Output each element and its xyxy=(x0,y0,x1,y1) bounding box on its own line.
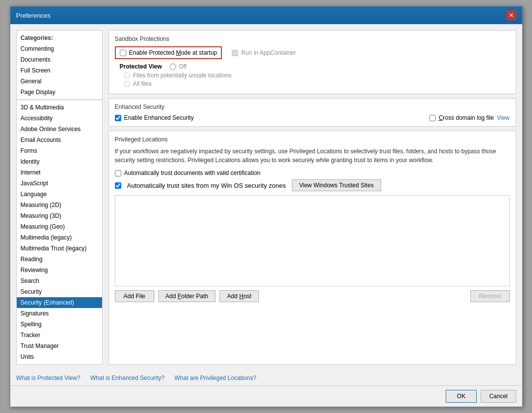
add-host-button[interactable]: Add Host xyxy=(219,290,259,302)
protected-view-off-radio[interactable] xyxy=(170,64,176,70)
sidebar-item-fullscreen[interactable]: Full Screen xyxy=(17,65,102,76)
what-is-enhanced-security-link[interactable]: What is Enhanced Security? xyxy=(90,375,165,381)
protected-view-off-label: Off xyxy=(179,63,187,70)
protected-mode-row: Enable Protected Mode at startup Run in … xyxy=(115,46,510,59)
sidebar-item-reviewing[interactable]: Reviewing xyxy=(17,265,102,275)
enable-protected-mode-checkbox[interactable] xyxy=(120,50,126,56)
dialog-footer: OK Cancel xyxy=(10,385,522,407)
run-appcontainer-label: Run in AppContainer xyxy=(241,49,296,56)
sidebar-item-documents[interactable]: Documents xyxy=(17,54,102,65)
dialog-body: Categories: Commenting Documents Full Sc… xyxy=(10,24,522,371)
dialog-title: Preferences xyxy=(16,12,51,19)
sidebar-item-signatures[interactable]: Signatures xyxy=(17,308,102,319)
protected-view-unsafe-radio[interactable] xyxy=(124,72,130,79)
auto-trust-sites-checkbox[interactable] xyxy=(115,182,121,189)
sidebar-item-identity[interactable]: Identity xyxy=(17,156,102,167)
privileged-locations-title: Privileged Locations xyxy=(115,136,510,143)
add-file-button[interactable]: Add File xyxy=(115,290,154,302)
auto-trust-docs-label: Automatically trust documents with valid… xyxy=(124,170,261,176)
sidebar-item-search[interactable]: Search xyxy=(17,275,102,286)
btn-row: Add File Add Folder Path Add Host Remove xyxy=(115,290,510,302)
enable-protected-mode-label: Enable Protected Mode at startup xyxy=(129,49,217,56)
sidebar-item-multimediatrust[interactable]: Multimedia Trust (legacy) xyxy=(17,243,102,254)
sidebar-item-language[interactable]: Language xyxy=(17,189,102,200)
cross-domain-label: Cross domain log file xyxy=(439,114,494,121)
view-link[interactable]: View xyxy=(497,114,510,121)
protected-view-all-label: All files xyxy=(133,80,152,87)
enable-enhanced-security-checkbox[interactable] xyxy=(115,115,121,121)
cancel-button[interactable]: Cancel xyxy=(481,390,516,403)
sidebar-item-commenting[interactable]: Commenting xyxy=(17,43,102,54)
title-bar: Preferences ✕ xyxy=(10,6,522,24)
enhanced-security-title: Enhanced Security xyxy=(115,103,510,110)
auto-trust-sites-label: Automatically trust sites from my Win OS… xyxy=(127,182,286,189)
sidebar-item-general[interactable]: General xyxy=(17,76,102,87)
locations-list xyxy=(115,195,510,286)
enable-enhanced-security-row: Enable Enhanced Security xyxy=(115,114,194,121)
sidebar-item-security[interactable]: Security xyxy=(17,286,102,297)
enhanced-security-section: Enhanced Security Enable Enhanced Securi… xyxy=(108,98,516,127)
enable-protected-mode-container: Enable Protected Mode at startup xyxy=(115,46,222,59)
sidebar-item-javascript[interactable]: JavaScript xyxy=(17,178,102,189)
sidebar-item-security-enhanced[interactable]: Security (Enhanced) xyxy=(17,297,102,308)
what-is-protected-view-link[interactable]: What is Protected View? xyxy=(16,375,81,381)
protected-view-unsafe-label: Files from potentially unsafe locations xyxy=(133,72,232,79)
sidebar-item-reading[interactable]: Reading xyxy=(17,254,102,265)
sandbox-section: Sandbox Protections Enable Protected Mod… xyxy=(108,30,516,94)
run-appcontainer-checkbox[interactable] xyxy=(232,50,238,56)
sidebar-item-measuring2d[interactable]: Measuring (2D) xyxy=(17,200,102,210)
sidebar-item-tracker[interactable]: Tracker xyxy=(17,330,102,341)
sidebar-item-spelling[interactable]: Spelling xyxy=(17,319,102,330)
protected-view-section: Protected View Off Files from potentiall… xyxy=(115,63,510,87)
footer-links: What is Protected View? What is Enhanced… xyxy=(10,371,522,385)
add-folder-button[interactable]: Add Folder Path xyxy=(158,290,216,302)
sidebar-item-units[interactable]: Units xyxy=(17,351,102,362)
privileged-locations-section: Privileged Locations If your workflows a… xyxy=(108,131,516,365)
sidebar: Categories: Commenting Documents Full Sc… xyxy=(16,30,103,365)
protected-view-unsafe-row: Files from potentially unsafe locations xyxy=(120,72,510,79)
sidebar-item-emailaccounts[interactable]: Email Accounts xyxy=(17,135,102,145)
close-button[interactable]: ✕ xyxy=(506,10,516,20)
cross-domain-checkbox[interactable] xyxy=(429,115,436,121)
view-trusted-sites-button[interactable]: View Windows Trusted Sites xyxy=(292,179,381,191)
run-appcontainer-row: Run in AppContainer xyxy=(232,49,296,56)
protected-view-all-radio[interactable] xyxy=(124,81,130,87)
what-are-privileged-locations-link[interactable]: What are Privileged Locations? xyxy=(175,375,256,381)
remove-button[interactable]: Remove xyxy=(470,290,510,302)
sidebar-item-accessibility[interactable]: Accessibility xyxy=(17,113,102,124)
protected-view-all-row: All files xyxy=(120,80,510,87)
sidebar-item-internet[interactable]: Internet xyxy=(17,167,102,178)
sidebar-item-adobeonline[interactable]: Adobe Online Services xyxy=(17,124,102,135)
auto-trust-docs-row: Automatically trust documents with valid… xyxy=(115,170,510,176)
enable-enhanced-security-label: Enable Enhanced Security xyxy=(124,114,194,121)
sidebar-item-pagedisplay[interactable]: Page Display xyxy=(17,87,102,98)
trust-sites-row: Automatically trust sites from my Win OS… xyxy=(115,179,510,191)
sidebar-item-measuringgeo[interactable]: Measuring (Geo) xyxy=(17,221,102,232)
sidebar-item-forms[interactable]: Forms xyxy=(17,145,102,156)
sandbox-title: Sandbox Protections xyxy=(115,35,510,42)
ok-button[interactable]: OK xyxy=(446,390,477,403)
sidebar-item-3dmultimedia[interactable]: 3D & Multimedia xyxy=(17,102,102,113)
main-content: Sandbox Protections Enable Protected Mod… xyxy=(108,30,516,365)
privileged-locations-desc: If your workflows are negatively impacte… xyxy=(115,147,510,165)
sidebar-item-trustmanager[interactable]: Trust Manager xyxy=(17,341,102,351)
preferences-dialog: Preferences ✕ Categories: Commenting Doc… xyxy=(10,6,523,407)
sidebar-divider xyxy=(17,100,102,100)
protected-view-label: Protected View xyxy=(120,63,162,70)
enhanced-security-row: Enable Enhanced Security Cross domain lo… xyxy=(115,114,510,121)
sidebar-item-measuring3d[interactable]: Measuring (3D) xyxy=(17,210,102,221)
cross-domain-row: Cross domain log file View xyxy=(429,114,510,121)
categories-label: Categories: xyxy=(17,33,102,43)
auto-trust-docs-checkbox[interactable] xyxy=(115,170,121,176)
sidebar-item-multimedia[interactable]: Multimedia (legacy) xyxy=(17,232,102,243)
